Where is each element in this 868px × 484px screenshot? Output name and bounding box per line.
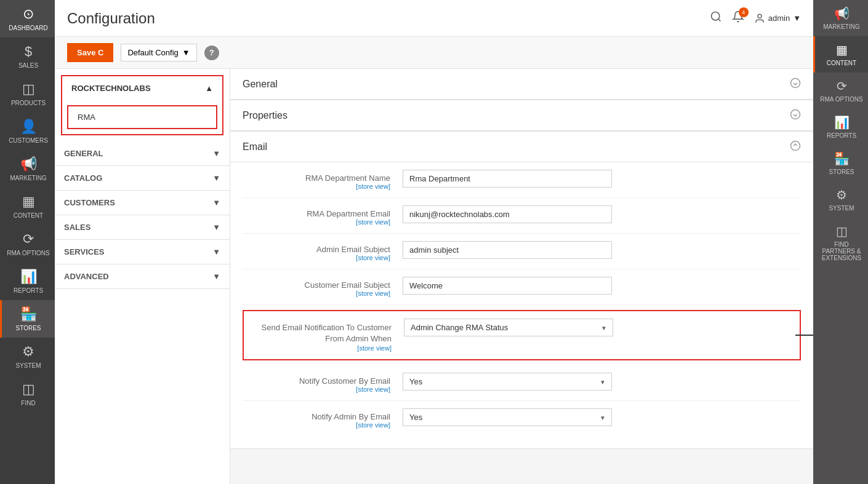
- sidebar-item-find[interactable]: ◫ FIND: [0, 375, 55, 413]
- notify-admin-select[interactable]: Yes No: [403, 408, 612, 426]
- right-sidebar-item-marketing[interactable]: 📢 MARKETING: [813, 0, 868, 36]
- admin-email-subject-input[interactable]: [403, 241, 612, 259]
- notify-admin-label: Notify Admin By Email [store view]: [243, 408, 403, 429]
- config-section-services: SERVICES ▼: [55, 240, 230, 264]
- sales-section-header[interactable]: SALES ▼: [55, 215, 230, 239]
- rma-dept-email-field: [403, 205, 801, 223]
- rocktechnolabs-label: ROCKTECHNOLABS: [71, 84, 151, 93]
- right-sidebar-item-stores[interactable]: 🏪 STORES: [813, 145, 868, 181]
- config-section-customers: CUSTOMERS ▼: [55, 191, 230, 215]
- sidebar-item-reports[interactable]: 📊 REPORTS: [0, 263, 55, 300]
- admin-dropdown-icon: ▼: [793, 14, 801, 23]
- send-email-select-wrapper: Admin Change RMA Status: [404, 319, 613, 336]
- advanced-chevron-icon: ▼: [212, 272, 220, 281]
- right-sidebar-item-rma[interactable]: ⟳ RMA OPTIONS: [813, 73, 868, 109]
- rma-options-icon: ⟳: [23, 231, 34, 247]
- properties-section-toggle[interactable]: Properties: [230, 100, 813, 131]
- sidebar-item-dashboard[interactable]: ⊙ DASHBOARD: [0, 0, 55, 38]
- content-icon: ▦: [22, 194, 35, 210]
- send-email-notification-field: Admin Change RMA Status: [404, 319, 800, 336]
- left-sidebar: ⊙ DASHBOARD $ SALES ◫ PRODUCTS 👤 CUSTOME…: [0, 0, 55, 484]
- email-section-toggle[interactable]: Email: [230, 132, 813, 162]
- general-section-toggle[interactable]: General: [230, 69, 813, 100]
- header-actions: 4 admin ▼: [710, 10, 801, 26]
- rma-dept-name-input[interactable]: [403, 170, 612, 188]
- right-sidebar-item-reports[interactable]: 📊 REPORTS: [813, 109, 868, 145]
- notify-customer-select[interactable]: Yes No: [403, 373, 612, 391]
- send-email-select[interactable]: Admin Change RMA Status: [404, 319, 613, 336]
- customers-section-header[interactable]: CUSTOMERS ▼: [55, 191, 230, 215]
- general-section-block: General: [230, 69, 813, 100]
- arrow-line: [795, 335, 813, 336]
- send-email-notification-row: Send Email Notification To Customer From…: [243, 310, 801, 360]
- content-area: ROCKTECHNOLABS ▲ RMA GENERAL ▼ CATALOG ▼: [55, 69, 813, 484]
- advanced-section-header[interactable]: ADVANCED ▼: [55, 264, 230, 288]
- page-title: Configuration: [67, 10, 155, 27]
- rocktechnolabs-header[interactable]: ROCKTECHNOLABS ▲: [62, 76, 222, 100]
- toolbar: Save C Default Config ▼ ?: [55, 37, 813, 69]
- right-reports-icon: 📊: [834, 115, 850, 130]
- right-sidebar-item-system[interactable]: ⚙ SYSTEM: [813, 181, 868, 218]
- scope-selector[interactable]: Default Config ▼: [121, 44, 196, 61]
- notifications-button[interactable]: 4: [732, 10, 744, 26]
- rocktechnolabs-section: ROCKTECHNOLABS ▲ RMA: [61, 75, 223, 135]
- sidebar-item-marketing[interactable]: 📢 MARKETING: [0, 150, 55, 188]
- customer-email-subject-label: Customer Email Subject [store view]: [243, 277, 403, 297]
- right-sidebar-item-content[interactable]: ▦ CONTENT: [813, 36, 868, 73]
- catalog-section-header[interactable]: CATALOG ▼: [55, 166, 230, 190]
- rma-dept-email-input[interactable]: [403, 205, 612, 223]
- scope-label: Default Config: [127, 48, 178, 57]
- sidebar-item-customers[interactable]: 👤 CUSTOMERS: [0, 113, 55, 150]
- properties-section-title: Properties: [243, 110, 287, 121]
- config-section-sales: SALES ▼: [55, 215, 230, 240]
- catalog-label: CATALOG: [64, 173, 102, 183]
- sidebar-item-products[interactable]: ◫ PRODUCTS: [0, 75, 55, 113]
- sidebar-item-rma-options[interactable]: ⟳ RMA OPTIONS: [0, 225, 55, 263]
- admin-username: admin: [768, 14, 790, 23]
- customer-email-subject-input[interactable]: [403, 277, 612, 295]
- email-section-content: RMA Department Name [store view] RMA Dep…: [230, 162, 813, 448]
- customers-label: CUSTOMERS: [64, 198, 115, 207]
- right-sidebar-item-find-partners[interactable]: ◫ FIND PARTNERS & EXTENSIONS: [813, 218, 868, 268]
- general-section-header[interactable]: GENERAL ▼: [55, 141, 230, 165]
- rocktechnolabs-collapse-icon: ▲: [205, 84, 213, 93]
- email-section-block: Email RMA Department Name [store view]: [230, 132, 813, 449]
- svg-point-3: [791, 79, 800, 88]
- right-rma-label: RMA OPTIONS: [820, 96, 862, 103]
- sidebar-item-system[interactable]: ⚙ SYSTEM: [0, 338, 55, 375]
- save-button[interactable]: Save C: [67, 43, 113, 62]
- sidebar-item-stores[interactable]: 🏪 STORES: [0, 300, 55, 338]
- rma-dept-email-row: RMA Department Email [store view]: [243, 198, 801, 234]
- config-section-catalog: CATALOG ▼: [55, 166, 230, 191]
- right-rma-icon: ⟳: [837, 79, 847, 93]
- sales-label: SALES: [64, 223, 90, 232]
- rma-dept-name-field: [403, 170, 801, 188]
- notify-customer-label: Notify Customer By Email [store view]: [243, 373, 403, 393]
- admin-user-menu[interactable]: admin ▼: [754, 13, 801, 24]
- config-sidebar: ROCKTECHNOLABS ▲ RMA GENERAL ▼ CATALOG ▼: [55, 69, 230, 484]
- right-system-icon: ⚙: [836, 188, 847, 202]
- annotation-arrow: 1: [795, 330, 813, 341]
- right-sidebar: 📢 MARKETING ▦ CONTENT ⟳ RMA OPTIONS 📊 RE…: [813, 0, 868, 484]
- sidebar-item-content[interactable]: ▦ CONTENT: [0, 188, 55, 225]
- stores-icon: 🏪: [20, 306, 37, 322]
- notify-admin-field: Yes No: [403, 408, 801, 426]
- services-section-header[interactable]: SERVICES ▼: [55, 240, 230, 264]
- catalog-chevron-icon: ▼: [212, 173, 220, 183]
- general-chevron-icon: ▼: [212, 149, 220, 158]
- admin-email-subject-field: [403, 241, 801, 259]
- help-button[interactable]: ?: [204, 46, 219, 60]
- admin-email-subject-label: Admin Email Subject [store view]: [243, 241, 403, 261]
- svg-point-5: [791, 141, 800, 151]
- right-marketing-icon: 📢: [834, 6, 850, 21]
- rma-dept-name-row: RMA Department Name [store view]: [243, 162, 801, 198]
- right-find-partners-label: FIND PARTNERS & EXTENSIONS: [818, 241, 865, 261]
- scope-dropdown-icon: ▼: [182, 48, 190, 57]
- services-label: SERVICES: [64, 247, 105, 256]
- search-button[interactable]: [710, 10, 722, 26]
- rma-menu-item[interactable]: RMA: [67, 105, 217, 129]
- sidebar-item-sales[interactable]: $ SALES: [0, 38, 55, 75]
- properties-collapse-icon: [790, 109, 801, 122]
- customer-email-subject-row: Customer Email Subject [store view]: [243, 269, 801, 305]
- notification-badge: 4: [739, 7, 749, 17]
